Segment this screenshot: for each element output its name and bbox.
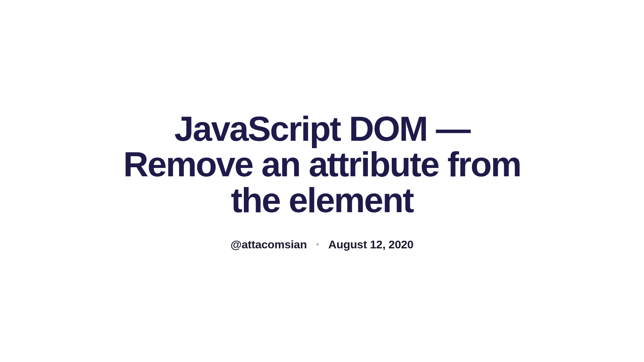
publish-date: August 12, 2020 xyxy=(328,238,414,251)
article-meta: @attacomsian August 12, 2020 xyxy=(121,238,523,251)
article-header: JavaScript DOM — Remove an attribute fro… xyxy=(121,111,523,251)
separator-dot-icon xyxy=(316,243,319,246)
article-title: JavaScript DOM — Remove an attribute fro… xyxy=(121,111,523,218)
author-handle[interactable]: @attacomsian xyxy=(230,238,307,251)
